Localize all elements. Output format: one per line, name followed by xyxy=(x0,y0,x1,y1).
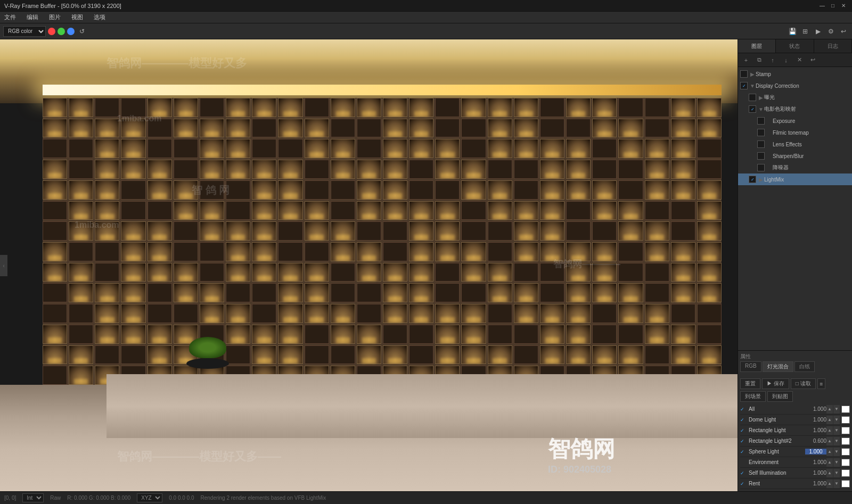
tab-log[interactable]: 日志 xyxy=(814,39,852,53)
layer-lens-effects[interactable]: Lens Effects xyxy=(738,138,852,150)
grid-cell xyxy=(252,180,276,200)
layer-sharpen-blur[interactable]: Sharpen/Blur xyxy=(738,150,852,162)
layer-display-correction[interactable]: ▼ Display Correction xyxy=(738,80,852,92)
light-rent-up[interactable]: ▲ xyxy=(826,480,833,488)
light-all-up[interactable]: ▲ xyxy=(826,405,833,414)
side-panel-arrow[interactable]: ‹ xyxy=(0,255,7,276)
checkbox-sharpen-blur[interactable] xyxy=(757,152,765,160)
menu-options[interactable]: 选项 xyxy=(92,13,108,21)
grid-cell xyxy=(331,180,355,200)
grid-cell xyxy=(252,201,276,220)
light-value-rent[interactable]: 1.000 xyxy=(805,481,826,486)
prop-tab-lightmix[interactable]: 灯光混合 xyxy=(763,361,793,372)
light-value-sphere[interactable]: 1.000 xyxy=(805,449,826,455)
light-dome-down[interactable]: ▼ xyxy=(833,416,840,424)
light-value-all[interactable]: 1.000 xyxy=(805,406,826,412)
xyz-select[interactable]: XYZ xyxy=(137,493,162,502)
minimize-button[interactable]: — xyxy=(818,2,826,10)
light-value-env[interactable]: 1.000 xyxy=(805,459,826,465)
refresh-button[interactable]: ↺ xyxy=(77,26,87,37)
add-layer-icon[interactable]: + xyxy=(740,55,752,65)
light-rect-up[interactable]: ▲ xyxy=(826,426,833,435)
light-env-down[interactable]: ▼ xyxy=(833,458,840,467)
undo-layer-icon[interactable]: ↩ xyxy=(807,55,818,65)
checkbox-lens-effects[interactable] xyxy=(757,141,765,148)
channel-dot-blue[interactable] xyxy=(67,28,75,35)
light-selfillum-up[interactable]: ▲ xyxy=(826,469,833,477)
maximize-button[interactable]: □ xyxy=(829,2,837,10)
layer-lightmix[interactable]: ▶ LightMix xyxy=(738,173,852,185)
light-rent-down[interactable]: ▼ xyxy=(833,480,840,488)
layer-exposure-cn[interactable]: ▶ 曝光 xyxy=(738,92,852,103)
light-all-down[interactable]: ▼ xyxy=(833,405,840,414)
channel-select[interactable]: RGB color xyxy=(3,26,46,37)
duplicate-icon[interactable]: ⧉ xyxy=(753,55,765,65)
checkbox-stamp[interactable] xyxy=(740,70,748,78)
grid-cell xyxy=(43,366,67,385)
light-row-rect2: ✓ Rectangle Light#2 0.600 ▲ ▼ xyxy=(740,436,850,447)
compare-icon[interactable]: ⊞ xyxy=(800,26,810,37)
grid-cell xyxy=(671,160,695,179)
light-value-selfillum[interactable]: 1.000 xyxy=(805,470,826,476)
menu-view[interactable]: 视图 xyxy=(69,13,85,21)
checkbox-exposure[interactable] xyxy=(757,117,765,125)
light-rect-color[interactable] xyxy=(841,427,850,434)
light-rent-color[interactable] xyxy=(841,480,850,488)
menu-image[interactable]: 图片 xyxy=(47,13,63,21)
prop-tab-white[interactable]: 白纸 xyxy=(794,361,815,372)
checkbox-display-correction[interactable] xyxy=(740,82,748,89)
light-value-rect[interactable]: 1.000 xyxy=(805,427,826,433)
grid-cell xyxy=(383,119,407,138)
save-icon[interactable]: 💾 xyxy=(787,26,798,37)
to-scene-button[interactable]: 到场景 xyxy=(740,391,766,402)
reset-button[interactable]: 重置 xyxy=(740,378,760,389)
light-dome-color[interactable] xyxy=(841,416,850,424)
checkbox-lightmix[interactable] xyxy=(749,176,756,183)
checkbox-exposure-cn[interactable] xyxy=(749,94,756,101)
light-env-up[interactable]: ▲ xyxy=(826,458,833,467)
tab-layers[interactable]: 图层 xyxy=(738,39,776,53)
light-sphere-down[interactable]: ▼ xyxy=(833,448,840,456)
save-button[interactable]: ▶ 保存 xyxy=(762,378,789,389)
light-value-rect2[interactable]: 0.600 xyxy=(805,438,826,444)
checkbox-film-tonemapping[interactable] xyxy=(749,105,756,113)
light-rect2-up[interactable]: ▲ xyxy=(826,437,833,445)
channel-dot-red[interactable] xyxy=(48,28,55,35)
layer-film-tonemapping[interactable]: ▼ 电影色彩映射 xyxy=(738,103,852,115)
prop-tab-rgb[interactable]: RGB xyxy=(740,361,761,372)
layer-denoiser[interactable]: 降噪器 xyxy=(738,162,852,173)
delete-icon[interactable]: ✕ xyxy=(793,55,805,65)
settings-icon[interactable]: ⚙ xyxy=(825,26,836,37)
undo-icon[interactable]: ↩ xyxy=(838,26,849,37)
light-row-all: ✓ All 1.000 ▲ ▼ xyxy=(740,404,850,415)
channel-dot-green[interactable] xyxy=(58,28,65,35)
move-down-icon[interactable]: ↓ xyxy=(780,55,792,65)
close-button[interactable]: ✕ xyxy=(839,2,848,10)
light-env-color[interactable] xyxy=(841,459,850,466)
light-rect2-down[interactable]: ▼ xyxy=(833,437,840,445)
grid-cell xyxy=(618,345,643,365)
layer-filmic-tonemap[interactable]: Filmic tonemap xyxy=(738,127,852,138)
menu-file[interactable]: 文件 xyxy=(2,13,18,21)
menu-edit[interactable]: 编辑 xyxy=(24,13,40,21)
light-selfillum-color[interactable] xyxy=(841,469,850,477)
light-selfillum-down[interactable]: ▼ xyxy=(833,469,840,477)
layer-stamp[interactable]: ▶ Stamp xyxy=(738,68,852,80)
checkbox-denoiser[interactable] xyxy=(757,164,765,171)
light-value-dome[interactable]: 1.000 xyxy=(805,417,826,423)
light-sphere-up[interactable]: ▲ xyxy=(826,448,833,456)
tab-status[interactable]: 状态 xyxy=(776,39,814,53)
more-button[interactable]: ≡ xyxy=(817,378,826,389)
light-sphere-color[interactable] xyxy=(841,448,850,456)
light-rect-down[interactable]: ▼ xyxy=(833,426,840,435)
checkbox-filmic-tonemap[interactable] xyxy=(757,129,765,136)
read-button[interactable]: □ 读取 xyxy=(791,378,816,389)
to-map-button[interactable]: 到贴图 xyxy=(767,391,793,402)
layer-exposure[interactable]: Exposure xyxy=(738,115,852,127)
unit-select[interactable]: Int xyxy=(22,493,44,502)
render-icon[interactable]: ▶ xyxy=(813,26,823,37)
light-all-color[interactable] xyxy=(841,406,850,413)
light-rect2-color[interactable] xyxy=(841,437,850,445)
light-dome-up[interactable]: ▲ xyxy=(826,416,833,424)
move-up-icon[interactable]: ↑ xyxy=(767,55,779,65)
